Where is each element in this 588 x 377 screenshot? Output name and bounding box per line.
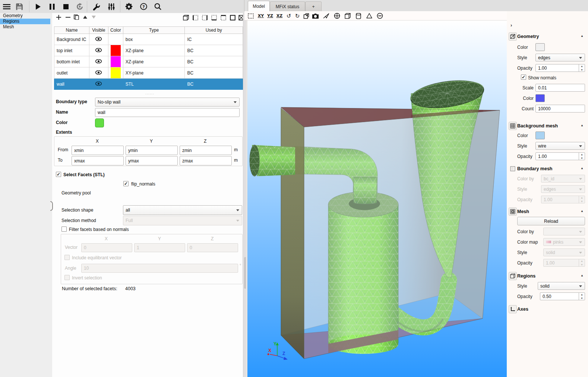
from-z-input[interactable]: zmin — [180, 146, 232, 155]
tab-model[interactable]: Model — [248, 1, 270, 11]
region-color-swatch[interactable] — [111, 67, 121, 78]
from-x-input[interactable]: xmin — [72, 146, 124, 155]
save-icon[interactable] — [15, 0, 24, 13]
geometry-opacity-spinbox[interactable]: 1.00▲▼ — [535, 64, 585, 72]
selection-shape-select[interactable]: all — [123, 205, 242, 215]
nav-item-regions[interactable]: Regions — [0, 19, 50, 24]
background-mesh-section-title[interactable]: Background mesh — [517, 123, 558, 129]
to-z-input[interactable]: zmax — [180, 156, 232, 165]
region-plane-right-icon[interactable] — [201, 14, 208, 21]
color-cell[interactable] — [108, 34, 123, 45]
regions-section-title[interactable]: Regions — [517, 273, 535, 279]
orientation-widget-icon[interactable] — [333, 11, 341, 20]
from-y-input[interactable]: ymin — [126, 146, 178, 155]
table-row-bottom-inlet[interactable]: bottom inlet XZ-plane BC — [54, 56, 243, 67]
background-mesh-collapse-icon[interactable]: ▲ — [581, 124, 584, 127]
to-x-input[interactable]: xmax — [72, 156, 124, 165]
geometry-section-title[interactable]: Geometry — [517, 34, 539, 39]
geometry-color-swatch[interactable] — [535, 43, 545, 51]
col-header-name[interactable]: Name — [54, 27, 89, 34]
rotate-cw-icon[interactable]: ↻ — [293, 11, 301, 20]
axes-section-title[interactable]: Axes — [517, 307, 528, 312]
reset-icon[interactable] — [75, 0, 85, 13]
splitter-handle[interactable]: ······ — [145, 94, 152, 95]
build-mesh-icon[interactable] — [91, 0, 102, 13]
regions-section-icon[interactable] — [509, 272, 517, 280]
model-viewport[interactable]: Y X Z — [246, 20, 507, 377]
normals-count-input[interactable]: 10000 — [535, 105, 585, 113]
select-facets-checkbox[interactable] — [56, 172, 61, 177]
reset-view-icon[interactable] — [247, 11, 255, 20]
boundary-mesh-collapse-icon[interactable]: ▲ — [581, 167, 584, 170]
regions-collapse-icon[interactable]: ▲ — [581, 274, 584, 277]
nodeworks-icon[interactable] — [106, 0, 117, 13]
region-plane-left-icon[interactable] — [192, 14, 199, 21]
table-row-top-inlet[interactable]: top inlet XZ-plane BC — [54, 45, 243, 56]
col-header-visible[interactable]: Visible — [89, 27, 108, 34]
background-mesh-style-select[interactable]: wire — [535, 142, 585, 150]
camera-icon[interactable] — [311, 11, 319, 20]
boundary-type-select[interactable]: No-slip wall — [95, 98, 240, 107]
nav-item-mesh[interactable]: Mesh — [0, 24, 50, 30]
perspective-icon[interactable] — [302, 11, 310, 20]
region-name-input[interactable]: wall — [95, 108, 240, 117]
tab-mfix-status[interactable]: MFiX status — [270, 1, 305, 11]
geometry-collapse-icon[interactable]: ▲ — [581, 34, 584, 38]
normals-scale-input[interactable]: 0.01 — [535, 84, 585, 92]
color-cell[interactable] — [108, 45, 123, 56]
slice-icon[interactable] — [376, 11, 384, 20]
filter-facets-checkbox[interactable] — [61, 226, 67, 232]
move-up-icon[interactable] — [82, 14, 88, 20]
table-row-wall[interactable]: wall STL BC — [54, 79, 243, 90]
mesh-collapse-icon[interactable]: ▲ — [581, 209, 584, 213]
color-cell[interactable] — [108, 79, 123, 90]
boundary-mesh-section-title[interactable]: Boundary mesh — [517, 166, 552, 171]
visible-eye-icon[interactable] — [95, 59, 102, 63]
region-box-icon[interactable] — [183, 14, 189, 21]
table-row-background-ic[interactable]: Background IC box IC — [54, 34, 243, 45]
normals-color-swatch[interactable] — [535, 94, 545, 102]
geometry-section-icon[interactable] — [509, 32, 517, 41]
col-header-type[interactable]: Type — [123, 27, 185, 34]
axes-section-icon[interactable] — [509, 305, 517, 313]
rotate-ccw-icon[interactable]: ↺ — [285, 11, 293, 20]
flip-normals-checkbox[interactable] — [123, 181, 129, 186]
region-color-swatch[interactable] — [111, 45, 121, 56]
background-mesh-opacity-spinbox[interactable]: 1.00▲▼ — [535, 152, 585, 160]
regions-style-select[interactable]: solid — [538, 282, 585, 290]
collapse-panel-icon[interactable]: › — [510, 22, 516, 28]
view-xy-icon[interactable]: XY — [256, 11, 265, 20]
to-y-input[interactable]: ymax — [126, 156, 178, 165]
view-xz-icon[interactable]: XZ — [275, 11, 284, 20]
col-header-used-by[interactable]: Used by — [185, 27, 243, 34]
move-down-icon[interactable] — [90, 14, 97, 20]
remove-region-icon[interactable] — [64, 14, 71, 20]
color-cell[interactable] — [108, 56, 123, 67]
background-mesh-color-swatch[interactable] — [535, 132, 545, 139]
nav-splitter-handle[interactable] — [50, 201, 53, 211]
cone-icon[interactable] — [365, 11, 373, 20]
region-color-button[interactable] — [95, 118, 104, 127]
region-color-swatch[interactable] — [111, 56, 121, 67]
settings-icon[interactable] — [124, 0, 134, 13]
duplicate-region-icon[interactable] — [73, 14, 80, 20]
add-region-icon[interactable] — [55, 14, 62, 20]
tab-new[interactable]: + — [305, 1, 322, 11]
view-yz-icon[interactable]: YZ — [266, 11, 275, 20]
cylinder-icon[interactable] — [354, 11, 363, 20]
background-mesh-section-icon[interactable] — [509, 122, 517, 130]
visible-eye-icon[interactable] — [95, 82, 102, 86]
visible-eye-icon[interactable] — [95, 37, 102, 41]
visible-eye-icon[interactable] — [95, 48, 102, 52]
show-normals-checkbox[interactable] — [521, 75, 526, 80]
visible-eye-icon[interactable] — [95, 70, 102, 75]
boundary-mesh-section-icon[interactable] — [509, 165, 517, 173]
geometry-cube-icon[interactable] — [344, 11, 352, 20]
menu-icon[interactable] — [2, 0, 11, 13]
stop-icon[interactable] — [61, 0, 70, 13]
mesh-section-title[interactable]: Mesh — [517, 209, 529, 214]
region-plane-top-icon[interactable] — [211, 14, 217, 21]
reload-mesh-button[interactable]: Reload — [517, 217, 585, 225]
help-icon[interactable]: ? — [138, 0, 149, 13]
col-header-color[interactable]: Color — [108, 27, 123, 34]
